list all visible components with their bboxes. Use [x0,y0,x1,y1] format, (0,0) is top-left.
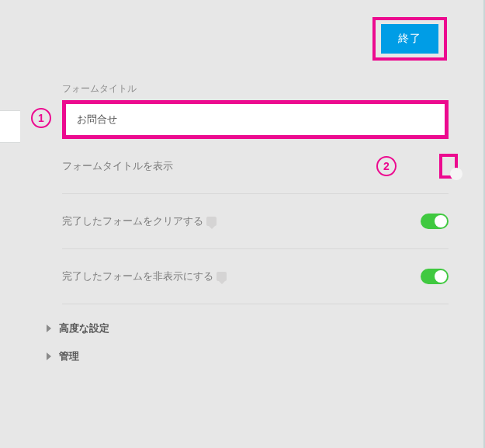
row-hide-completed-label: 完了したフォームを非表示にする [62,270,227,283]
form-title-label: フォームタイトル [62,82,449,96]
expander-admin-label: 管理 [59,349,79,363]
row-hide-completed-text: 完了したフォームを非表示にする [62,270,213,283]
hide-completed-toggle[interactable] [421,269,449,284]
row-clear-completed-label: 完了したフォームをクリアする [62,215,217,228]
row-clear-completed-text: 完了したフォームをクリアする [62,215,203,228]
left-tab-stub [0,110,20,143]
toggle-knob [435,215,447,227]
row-hide-completed: 完了したフォームを非表示にする [62,249,449,304]
chevron-right-icon [47,325,51,332]
form-title-input[interactable] [66,104,445,135]
row-show-title-label: フォームタイトルを表示 [62,160,173,173]
toggle-knob [435,270,447,283]
annotation-badge-1: 1 [31,108,51,128]
finish-highlight: 終了 [372,17,447,61]
show-title-toggle-highlight [439,154,458,179]
finish-button[interactable]: 終了 [381,24,438,54]
expander-advanced-label: 高度な設定 [59,321,109,335]
clear-completed-toggle[interactable] [421,214,449,229]
chevron-right-icon [47,352,51,360]
tooltip-icon[interactable] [206,217,217,226]
settings-panel: 終了 1 2 フォームタイトル フォームタイトルを表示 完了したフォームをクリア… [0,0,485,448]
tooltip-icon[interactable] [217,272,227,281]
row-show-title: フォームタイトルを表示 [62,139,449,194]
row-clear-completed: 完了したフォームをクリアする [62,194,449,249]
expander-advanced[interactable]: 高度な設定 [47,321,449,335]
expander-admin[interactable]: 管理 [47,349,449,363]
form-title-highlight [62,100,449,139]
content-area: フォームタイトル フォームタイトルを表示 完了したフォームをクリアする [62,82,449,363]
toggle-knob [450,168,462,180]
